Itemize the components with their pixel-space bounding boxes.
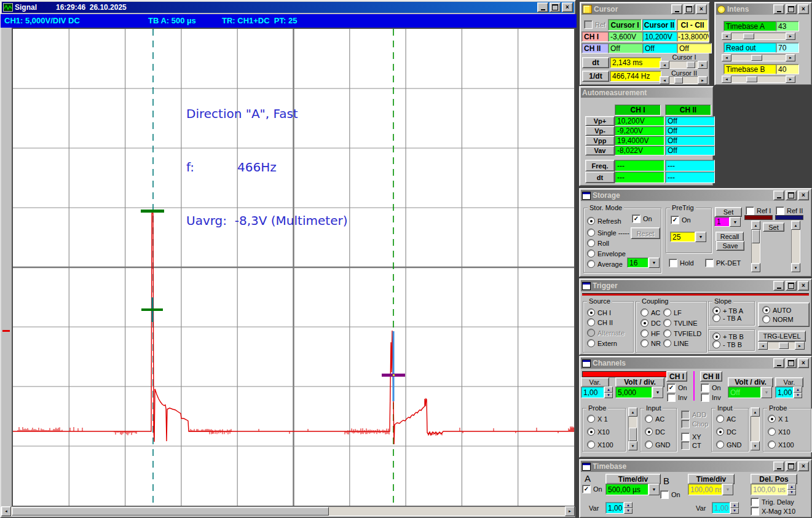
scrollbar-thumb[interactable] xyxy=(629,428,637,441)
xy-checkbox[interactable]: XY xyxy=(681,433,701,441)
scroll-down-arrow-icon[interactable]: ▼ xyxy=(791,263,800,272)
slider-right-arrow-icon[interactable]: ► xyxy=(786,76,795,83)
chevron-down-icon[interactable]: ▼ xyxy=(761,387,772,398)
radio-source-ch1[interactable]: CH I xyxy=(587,308,611,316)
slider-thumb[interactable] xyxy=(779,342,789,349)
slider-right-arrow-icon[interactable]: ► xyxy=(786,33,795,40)
spin-down-icon[interactable]: ▼ xyxy=(730,508,739,514)
add-checkbox[interactable]: ADD xyxy=(681,410,706,419)
ref2-scrollbar[interactable]: ▲ ▼ xyxy=(791,221,800,272)
scroll-down-arrow-icon[interactable]: ▼ xyxy=(751,263,760,272)
recall-button[interactable]: Recall xyxy=(715,232,744,241)
close-button[interactable]: × xyxy=(798,281,809,291)
radio-slope-minus-tba[interactable]: - TB A xyxy=(712,314,741,322)
slider-left-arrow-icon[interactable]: ◄ xyxy=(722,54,731,61)
spin-up-icon[interactable]: ▲ xyxy=(624,502,633,508)
radio-coupling-line[interactable]: LINE xyxy=(663,339,688,347)
timebase-b-on-checkbox[interactable]: On xyxy=(660,490,680,499)
channels-titlebar[interactable]: Channels × xyxy=(581,358,810,369)
scroll-right-arrow-icon[interactable]: ► xyxy=(565,506,575,516)
chevron-down-icon[interactable]: ▼ xyxy=(652,387,663,398)
ref1-checkbox[interactable]: Ref I xyxy=(746,206,771,215)
ch2-on-checkbox[interactable]: On xyxy=(701,383,721,392)
del-pos-spinner[interactable]: 100,00 us ▲▼ xyxy=(751,484,796,495)
cursor1-slider[interactable]: ◄ ► xyxy=(660,61,708,69)
radio-coupling-tvfield[interactable]: TVFIELD xyxy=(663,329,701,337)
trigger-level-marker[interactable] xyxy=(2,330,10,332)
memory-slot-dropdown[interactable]: 1▼ xyxy=(714,217,741,227)
close-button[interactable]: × xyxy=(562,2,573,12)
scroll-up-arrow-icon[interactable]: ▲ xyxy=(751,221,760,230)
maximize-button[interactable] xyxy=(786,358,797,368)
minimize-button[interactable] xyxy=(773,281,784,291)
radio-coupling-tvline[interactable]: TVLINE xyxy=(663,319,698,327)
radio-input1-gnd[interactable]: GND xyxy=(645,441,670,449)
ch1-on-checkbox[interactable]: On xyxy=(667,383,687,392)
radio-slope-minus-tbb[interactable]: - TB B xyxy=(712,340,742,348)
radio-average[interactable]: Average xyxy=(587,260,623,268)
maximize-button[interactable] xyxy=(786,461,797,471)
radio-source-ch2[interactable]: CH II xyxy=(587,318,613,326)
maximize-button[interactable] xyxy=(684,4,695,14)
hold-checkbox[interactable]: Hold xyxy=(669,259,694,267)
radio-source-extern[interactable]: Extern xyxy=(587,339,617,347)
slider-right-arrow-icon[interactable]: ► xyxy=(698,76,708,84)
spin-down-icon[interactable]: ▼ xyxy=(794,393,802,399)
maximize-button[interactable] xyxy=(786,4,797,14)
maximize-button[interactable] xyxy=(550,2,561,12)
chop-checkbox[interactable]: Chop xyxy=(681,420,708,428)
timediv-a-dropdown[interactable]: 500,00 µs▼ xyxy=(605,484,660,495)
slider-thumb[interactable] xyxy=(746,76,757,82)
radio-input2-dc[interactable]: DC xyxy=(716,428,736,436)
ch1-inv-checkbox[interactable]: Inv xyxy=(667,393,687,402)
radio-probe2-x10[interactable]: X10 xyxy=(768,428,790,436)
slider-left-arrow-icon[interactable]: ◄ xyxy=(722,33,731,40)
minimize-button[interactable] xyxy=(537,2,548,12)
ct-checkbox[interactable]: CT xyxy=(681,441,701,450)
scroll-up-arrow-icon[interactable]: ▲ xyxy=(751,407,760,417)
timebase-titlebar[interactable]: Timebase × xyxy=(581,461,810,472)
slider-left-arrow-icon[interactable]: ◄ xyxy=(660,61,669,69)
scroll-down-arrow-icon[interactable]: ▼ xyxy=(628,441,637,450)
trig-delay-checkbox[interactable]: Trig. Delay xyxy=(751,498,794,506)
radio-slope-plus-tbb[interactable]: + TB B xyxy=(712,332,744,340)
trigger-titlebar[interactable]: Trigger × xyxy=(581,280,810,291)
spin-up-icon[interactable]: ▲ xyxy=(787,484,796,490)
spin-up-icon[interactable]: ▲ xyxy=(794,387,802,393)
radio-input1-ac[interactable]: AC xyxy=(645,415,664,423)
radio-coupling-hf[interactable]: HF xyxy=(641,329,660,337)
readout-intens-slider[interactable]: ◄ ► xyxy=(722,54,795,61)
waveform-plot[interactable]: Direction "A", Fast f: 466Hz Uavrg: -8,3… xyxy=(12,28,575,507)
automeasurement-titlebar[interactable]: Automeasurement xyxy=(581,88,712,98)
signal-titlebar[interactable]: Signal 16:29:46 26.10.2025 × xyxy=(2,2,574,13)
radio-probe1-x100[interactable]: X100 xyxy=(587,441,613,449)
minimize-button[interactable] xyxy=(773,4,784,14)
maximize-button[interactable] xyxy=(786,190,797,200)
var2-spinner[interactable]: 1,00 ▲▼ xyxy=(775,387,802,398)
minimize-button[interactable] xyxy=(773,358,784,368)
chevron-down-icon[interactable]: ▼ xyxy=(648,257,660,268)
average-count-dropdown[interactable]: 16▼ xyxy=(627,257,660,268)
chevron-down-icon[interactable]: ▼ xyxy=(722,484,733,495)
close-button[interactable]: × xyxy=(798,358,809,368)
cursor-titlebar[interactable]: Cursor × xyxy=(581,4,708,15)
radio-auto[interactable]: AUTO xyxy=(762,306,791,314)
close-button[interactable]: × xyxy=(798,461,809,471)
scroll-left-arrow-icon[interactable]: ◄ xyxy=(1,506,11,516)
radio-refresh[interactable]: Refresh xyxy=(587,217,621,225)
radio-probe2-x100[interactable]: X100 xyxy=(768,441,794,449)
scrollbar-thumb[interactable] xyxy=(12,507,329,516)
radio-probe2-x1[interactable]: X 1 xyxy=(768,415,789,423)
slider-thumb[interactable] xyxy=(743,33,754,39)
radio-probe1-x10[interactable]: X10 xyxy=(587,428,610,436)
radio-coupling-nr[interactable]: NR xyxy=(641,339,661,347)
spin-down-icon[interactable]: ▼ xyxy=(787,490,796,496)
pk-det-checkbox[interactable]: PK-DET xyxy=(705,259,741,267)
slider-right-arrow-icon[interactable]: ► xyxy=(698,61,708,69)
slider-left-arrow-icon[interactable]: ◄ xyxy=(758,342,768,350)
memory-set-button[interactable]: Set xyxy=(715,207,742,217)
scroll-up-arrow-icon[interactable]: ▲ xyxy=(628,407,637,417)
var-b-spinner[interactable]: 1,00 ▲▼ xyxy=(712,502,739,514)
slider-thumb[interactable] xyxy=(674,77,683,84)
var-a-spinner[interactable]: 1,00 ▲▼ xyxy=(605,502,633,514)
